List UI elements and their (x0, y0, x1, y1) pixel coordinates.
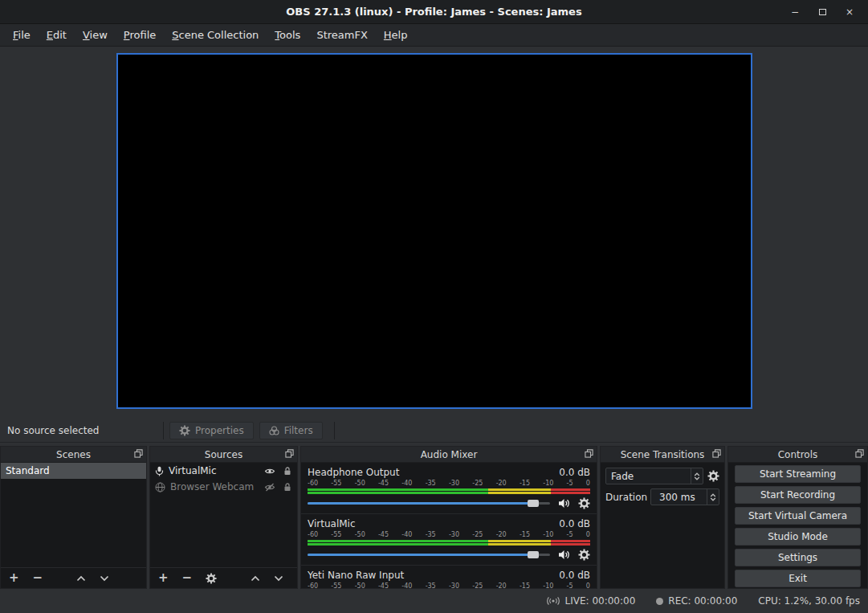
add-scene-icon[interactable]: + (9, 572, 19, 584)
meter-scale: -60-55-50-45-40-35-30-25-20-15-10-50 (308, 531, 590, 539)
mixer-yeti-nano: Yeti Nano Raw Input 0.0 dB -60-55-50-45-… (301, 566, 597, 588)
speaker-icon[interactable] (558, 498, 570, 509)
statusbar: LIVE: 00:00:00 REC: 00:00:00 CPU: 1.2%, … (0, 589, 868, 613)
rec-time: REC: 00:00:00 (668, 595, 737, 607)
titlebar[interactable]: OBS 27.1.3 (linux) - Profile: James - Sc… (0, 0, 868, 24)
popout-icon[interactable] (585, 449, 593, 458)
studio-mode-button[interactable]: Studio Mode (735, 528, 861, 546)
volume-meter (308, 540, 590, 546)
transition-gear-icon[interactable] (707, 470, 719, 482)
source-item-virtualmic[interactable]: VirtualMic (150, 463, 297, 479)
transition-select[interactable]: Fade (605, 468, 703, 484)
volume-slider-handle[interactable] (528, 551, 539, 558)
meter-tick: -60 (308, 480, 318, 488)
visibility-eye-slash-icon[interactable] (264, 482, 275, 492)
meter-tick: -55 (331, 531, 341, 539)
transitions-dock-header[interactable]: Scene Transitions (601, 447, 724, 463)
meter-tick: 0 (586, 531, 590, 539)
exit-button[interactable]: Exit (735, 570, 861, 587)
controls-dock-header[interactable]: Controls (728, 447, 867, 463)
meter-tick: -45 (378, 480, 389, 488)
scene-item-standard[interactable]: Standard (1, 463, 146, 479)
filters-icon (269, 426, 279, 435)
remove-scene-icon[interactable]: − (33, 572, 43, 584)
sources-dock-header[interactable]: Sources (150, 447, 297, 463)
meter-tick: -20 (496, 480, 507, 488)
maximize-icon[interactable] (809, 0, 836, 23)
menu-file[interactable]: File (5, 25, 39, 45)
audio-mixer-dock-title: Audio Mixer (421, 449, 478, 460)
duration-spinbox[interactable]: 300 ms (650, 488, 719, 505)
mixer-headphone-output: Headphone Output 0.0 dB -60-55-50-45-40-… (301, 463, 597, 514)
combo-spinner[interactable] (691, 468, 703, 484)
menu-edit[interactable]: Edit (39, 25, 75, 45)
speaker-icon[interactable] (558, 550, 570, 560)
meter-tick: -20 (496, 531, 507, 539)
filters-button[interactable]: Filters (259, 422, 323, 439)
start-streaming-button[interactable]: Start Streaming (735, 465, 861, 483)
menu-profile[interactable]: Profile (116, 25, 164, 45)
visibility-eye-icon[interactable] (264, 466, 275, 476)
record-dot-icon (656, 598, 663, 605)
scenes-dock-header[interactable]: Scenes (1, 447, 146, 463)
start-virtual-camera-button[interactable]: Start Virtual Camera (735, 507, 861, 525)
mixer-gear-icon[interactable] (578, 497, 590, 509)
volume-slider[interactable] (308, 554, 550, 556)
popout-icon[interactable] (285, 449, 294, 458)
duration-label: Duration (605, 492, 646, 503)
meter-tick: -40 (401, 531, 412, 539)
source-status-label: No source selected (0, 425, 157, 436)
lock-icon[interactable] (283, 482, 292, 492)
cpu-fps-stats: CPU: 1.2%, 30.00 fps (758, 595, 860, 607)
start-recording-button[interactable]: Start Recording (735, 486, 861, 504)
move-source-up-icon[interactable] (251, 575, 260, 582)
meter-tick: -45 (378, 531, 389, 539)
popout-icon[interactable] (712, 449, 721, 458)
maximize-glyph (819, 9, 826, 15)
menubar: File Edit View Profile Scene Collection … (0, 24, 868, 47)
duration-spinner[interactable] (707, 489, 719, 505)
live-status: LIVE: 00:00:00 (546, 595, 636, 607)
properties-button[interactable]: Properties (169, 422, 254, 439)
source-properties-gear-icon[interactable] (206, 573, 217, 584)
scenes-dock-title: Scenes (56, 449, 91, 460)
duration-value: 300 ms (651, 492, 707, 503)
meter-tick: -55 (331, 480, 341, 488)
meter-tick: -50 (355, 480, 365, 488)
menu-help[interactable]: Help (376, 25, 416, 45)
menu-tools[interactable]: Tools (267, 25, 308, 45)
move-scene-down-icon[interactable] (100, 575, 109, 582)
mixer-name: Headphone Output (308, 467, 399, 479)
volume-slider-handle[interactable] (528, 500, 539, 507)
mixer-gear-icon[interactable] (578, 549, 590, 561)
docks-row: Scenes Standard + − (0, 446, 868, 589)
remove-source-icon[interactable]: − (182, 572, 193, 584)
popout-icon[interactable] (134, 449, 143, 458)
meter-tick: -50 (355, 582, 365, 588)
add-source-icon[interactable]: + (158, 572, 169, 584)
mixer-level: 0.0 dB (559, 467, 590, 479)
gear-icon (179, 425, 190, 436)
preview-canvas[interactable] (116, 53, 752, 409)
menu-scene-collection[interactable]: Scene Collection (164, 25, 267, 45)
settings-button[interactable]: Settings (735, 549, 861, 566)
broadcast-icon (546, 596, 560, 606)
menu-streamfx[interactable]: StreamFX (308, 25, 375, 45)
meter-tick: -60 (308, 531, 318, 539)
menu-view[interactable]: View (75, 25, 116, 45)
meter-tick: 0 (586, 582, 590, 588)
volume-slider[interactable] (308, 502, 550, 505)
meter-tick: -5 (567, 480, 573, 488)
move-scene-up-icon[interactable] (76, 575, 86, 582)
source-item-label: VirtualMic (169, 465, 217, 476)
meter-tick: -15 (520, 531, 530, 539)
audio-mixer-dock-header[interactable]: Audio Mixer (301, 447, 597, 463)
popout-icon[interactable] (855, 449, 864, 458)
meter-tick: -50 (355, 531, 365, 539)
audio-mixer-dock: Audio Mixer Headphone Output 0.0 dB -60-… (300, 446, 597, 589)
close-icon[interactable]: × (836, 0, 863, 23)
minimize-icon[interactable]: − (781, 0, 809, 23)
lock-icon[interactable] (283, 466, 292, 476)
move-source-down-icon[interactable] (274, 575, 283, 582)
source-item-browser-webcam[interactable]: Browser Webcam (150, 479, 297, 495)
